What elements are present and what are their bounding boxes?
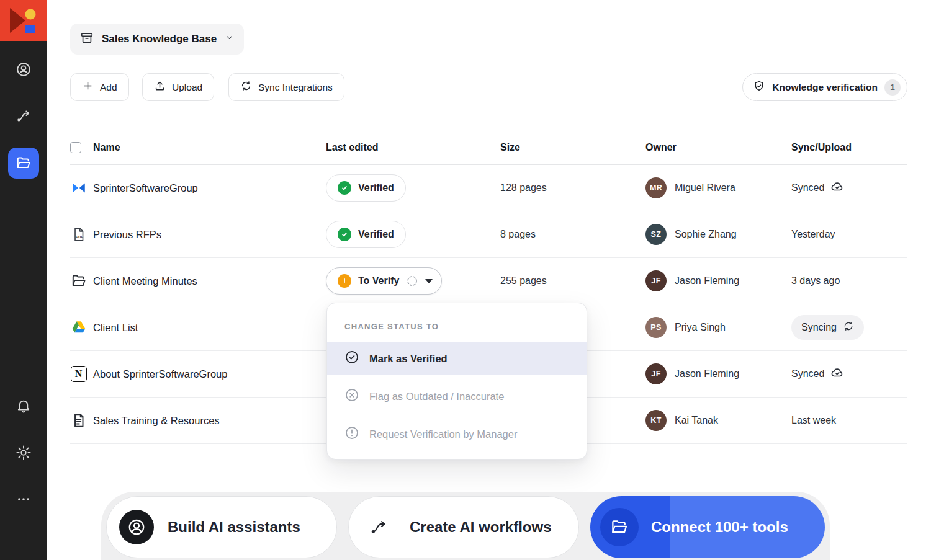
file-name: Client Meeting Minutes xyxy=(93,275,197,287)
column-sync-upload: Sync/Upload xyxy=(791,142,907,153)
folder-icon xyxy=(70,273,87,290)
upload-button[interactable]: Upload xyxy=(142,73,214,101)
verification-count-badge: 1 xyxy=(884,79,901,96)
folder-icon xyxy=(8,148,39,179)
file-name: About SprinterSoftwareGroup xyxy=(93,368,227,380)
sync-status: Syncing xyxy=(801,322,837,333)
menu-item-mark-verified[interactable]: Mark as Verified xyxy=(327,342,587,375)
status-label: Verified xyxy=(358,229,394,240)
connect-tools-button[interactable]: Connect 100+ tools xyxy=(590,496,825,558)
workspace-name: Sales Knowledge Base xyxy=(102,33,217,45)
owner-name: Sophie Zhang xyxy=(675,229,737,240)
app-window: Sales Knowledge Base Add Upload Sync Int… xyxy=(0,0,931,560)
upload-icon xyxy=(154,80,166,94)
owner-name: Jason Fleming xyxy=(675,368,739,380)
status-label: To Verify xyxy=(358,275,399,287)
status-pill-verified[interactable]: Verified xyxy=(326,221,406,248)
menu-item-flag-outdated[interactable]: Flag as Outdated / Inaccurate xyxy=(327,380,587,412)
owner-name: Jason Fleming xyxy=(675,275,739,287)
sync-status: Yesterday xyxy=(791,229,835,240)
add-button[interactable]: Add xyxy=(70,73,129,101)
size-value: 255 pages xyxy=(500,275,645,287)
caret-down-icon xyxy=(425,279,433,283)
sidebar-item-settings[interactable] xyxy=(0,438,47,468)
build-ai-assistants-button[interactable]: Build AI assistants xyxy=(106,496,337,558)
menu-item-request-verification[interactable]: Request Verification by Manager xyxy=(327,418,587,450)
status-label: Verified xyxy=(358,182,394,193)
table-row[interactable]: Client Meeting Minutes To Verify 255 pag… xyxy=(70,258,907,304)
sync-integrations-button[interactable]: Sync Integrations xyxy=(228,73,344,101)
google-drive-icon xyxy=(70,319,87,336)
table-header: Name Last edited Size Owner Sync/Upload xyxy=(70,130,907,165)
user-circle-icon xyxy=(119,510,154,544)
size-value: 8 pages xyxy=(500,229,645,240)
owner-name: Miguel Rivera xyxy=(675,182,735,193)
x-circle-icon xyxy=(344,388,359,405)
file-name: Sales Training & Resources xyxy=(93,415,220,426)
svg-text:PDF: PDF xyxy=(76,235,83,239)
to-verify-alert-icon xyxy=(338,274,351,288)
sidebar xyxy=(0,0,47,560)
footer-tray: Build AI assistants Create AI workflows … xyxy=(101,492,830,560)
button-label: Connect 100+ tools xyxy=(651,518,788,536)
column-last-edited: Last edited xyxy=(326,142,500,153)
knowledge-verification-button[interactable]: Knowledge verification 1 xyxy=(742,73,907,101)
sidebar-item-knowledge[interactable] xyxy=(0,148,47,179)
column-owner: Owner xyxy=(645,142,791,153)
sidebar-item-notifications[interactable] xyxy=(0,391,47,421)
user-circle-icon xyxy=(16,61,32,79)
avatar: JF xyxy=(645,363,667,384)
button-label: Create AI workflows xyxy=(410,518,552,536)
owner-name: Priya Singh xyxy=(675,322,726,333)
avatar: SZ xyxy=(645,224,667,245)
owner-name: Kai Tanak xyxy=(675,415,718,426)
cloud-check-icon xyxy=(830,366,844,382)
sidebar-item-workflows[interactable] xyxy=(0,102,47,131)
sync-status: 3 days ago xyxy=(791,275,840,287)
atlassian-icon xyxy=(70,180,87,197)
status-dropdown-trigger[interactable]: To Verify xyxy=(326,267,442,295)
file-name: Client List xyxy=(93,322,138,333)
sync-status: Last week xyxy=(791,415,836,426)
file-name: Previous RFPs xyxy=(93,229,161,240)
sidebar-item-more[interactable] xyxy=(0,485,47,515)
select-all-checkbox[interactable] xyxy=(70,142,81,153)
sync-icon xyxy=(240,80,252,94)
sync-integrations-label: Sync Integrations xyxy=(258,82,333,93)
plus-icon xyxy=(82,80,94,94)
table-row[interactable]: SprinterSoftwareGroup Verified 128 pages… xyxy=(70,165,907,211)
menu-item-label: Flag as Outdated / Inaccurate xyxy=(369,391,504,402)
sync-icon xyxy=(843,321,854,334)
change-status-menu: CHANGE STATUS TO Mark as Verified Flag a… xyxy=(326,303,587,460)
pdf-icon: PDF xyxy=(70,226,87,243)
app-logo-icon[interactable] xyxy=(0,0,47,41)
avatar: JF xyxy=(645,270,667,291)
syncing-badge: Syncing xyxy=(791,315,864,340)
size-value: 128 pages xyxy=(500,182,645,193)
chevron-down-icon xyxy=(225,33,234,45)
menu-item-label: Request Verification by Manager xyxy=(369,429,517,440)
workspace-selector[interactable]: Sales Knowledge Base xyxy=(70,24,244,55)
file-name: SprinterSoftwareGroup xyxy=(93,182,198,193)
menu-item-label: Mark as Verified xyxy=(369,353,448,365)
shield-check-icon xyxy=(753,80,765,95)
gear-icon xyxy=(16,445,32,463)
column-size: Size xyxy=(500,142,645,153)
workflow-icon xyxy=(361,510,396,544)
sync-status: Synced xyxy=(791,368,824,380)
button-label: Build AI assistants xyxy=(168,518,300,536)
alert-circle-icon xyxy=(344,425,359,443)
add-label: Add xyxy=(100,82,117,93)
column-name: Name xyxy=(93,142,326,153)
menu-title: CHANGE STATUS TO xyxy=(344,322,587,331)
document-icon xyxy=(70,412,87,429)
ellipsis-icon xyxy=(16,491,32,509)
table-row[interactable]: PDF Previous RFPs Verified 8 pages SZ So… xyxy=(70,211,907,258)
create-ai-workflows-button[interactable]: Create AI workflows xyxy=(348,496,579,558)
cloud-check-icon xyxy=(830,180,844,196)
avatar: PS xyxy=(645,317,667,338)
verified-check-icon xyxy=(338,228,351,241)
check-circle-icon xyxy=(344,350,359,367)
status-pill-verified[interactable]: Verified xyxy=(326,174,406,202)
sidebar-item-account[interactable] xyxy=(0,55,47,85)
